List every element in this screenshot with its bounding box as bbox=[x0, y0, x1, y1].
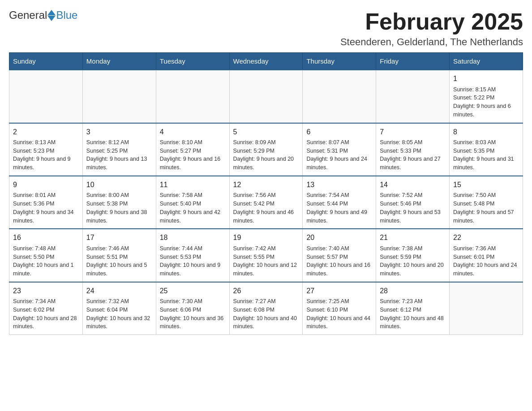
table-row bbox=[450, 282, 523, 335]
table-row: 10Sunrise: 8:00 AMSunset: 5:38 PMDayligh… bbox=[82, 176, 156, 229]
day-info: Sunrise: 7:36 AMSunset: 6:01 PMDaylight:… bbox=[453, 244, 519, 278]
table-row: 15Sunrise: 7:50 AMSunset: 5:48 PMDayligh… bbox=[450, 176, 523, 229]
table-row: 19Sunrise: 7:42 AMSunset: 5:55 PMDayligh… bbox=[229, 229, 303, 282]
day-info: Sunrise: 7:23 AMSunset: 6:12 PMDaylight:… bbox=[380, 297, 446, 331]
day-info: Sunrise: 8:15 AMSunset: 5:22 PMDaylight:… bbox=[453, 86, 519, 119]
table-row: 2Sunrise: 8:13 AMSunset: 5:23 PMDaylight… bbox=[9, 123, 83, 176]
day-info: Sunrise: 8:03 AMSunset: 5:35 PMDaylight:… bbox=[453, 138, 519, 172]
logo-general-text: General bbox=[9, 9, 47, 21]
header-friday: Friday bbox=[376, 53, 450, 70]
day-number: 24 bbox=[86, 286, 152, 296]
table-row: 13Sunrise: 7:54 AMSunset: 5:44 PMDayligh… bbox=[303, 176, 376, 229]
day-info: Sunrise: 8:13 AMSunset: 5:23 PMDaylight:… bbox=[13, 138, 79, 172]
table-row bbox=[303, 70, 376, 123]
day-info: Sunrise: 8:00 AMSunset: 5:38 PMDaylight:… bbox=[86, 191, 152, 225]
header-tuesday: Tuesday bbox=[156, 53, 229, 70]
day-number: 19 bbox=[233, 233, 299, 243]
day-info: Sunrise: 7:40 AMSunset: 5:57 PMDaylight:… bbox=[306, 244, 372, 278]
day-number: 18 bbox=[160, 233, 226, 243]
header-saturday: Saturday bbox=[450, 53, 523, 70]
day-number: 16 bbox=[13, 233, 79, 243]
day-info: Sunrise: 7:42 AMSunset: 5:55 PMDaylight:… bbox=[233, 244, 299, 278]
day-number: 8 bbox=[453, 127, 519, 137]
table-row: 26Sunrise: 7:27 AMSunset: 6:08 PMDayligh… bbox=[229, 282, 303, 335]
calendar-week-row: 16Sunrise: 7:48 AMSunset: 5:50 PMDayligh… bbox=[9, 229, 523, 282]
table-row: 3Sunrise: 8:12 AMSunset: 5:25 PMDaylight… bbox=[82, 123, 156, 176]
day-number: 9 bbox=[13, 180, 79, 190]
table-row: 23Sunrise: 7:34 AMSunset: 6:02 PMDayligh… bbox=[9, 282, 83, 335]
day-info: Sunrise: 7:38 AMSunset: 5:59 PMDaylight:… bbox=[380, 244, 446, 278]
day-info: Sunrise: 8:01 AMSunset: 5:36 PMDaylight:… bbox=[13, 191, 79, 225]
table-row: 24Sunrise: 7:32 AMSunset: 6:04 PMDayligh… bbox=[82, 282, 156, 335]
day-info: Sunrise: 7:50 AMSunset: 5:48 PMDaylight:… bbox=[453, 191, 519, 225]
day-info: Sunrise: 7:46 AMSunset: 5:51 PMDaylight:… bbox=[86, 244, 152, 278]
day-number: 6 bbox=[306, 127, 372, 137]
table-row: 17Sunrise: 7:46 AMSunset: 5:51 PMDayligh… bbox=[82, 229, 156, 282]
table-row: 4Sunrise: 8:10 AMSunset: 5:27 PMDaylight… bbox=[156, 123, 229, 176]
day-number: 25 bbox=[160, 286, 226, 296]
day-number: 26 bbox=[233, 286, 299, 296]
table-row bbox=[156, 70, 229, 123]
table-row: 5Sunrise: 8:09 AMSunset: 5:29 PMDaylight… bbox=[229, 123, 303, 176]
day-number: 17 bbox=[86, 233, 152, 243]
day-number: 11 bbox=[160, 180, 226, 190]
header-monday: Monday bbox=[82, 53, 156, 70]
day-number: 7 bbox=[380, 127, 446, 137]
day-info: Sunrise: 7:30 AMSunset: 6:06 PMDaylight:… bbox=[160, 297, 226, 331]
header-wednesday: Wednesday bbox=[229, 53, 303, 70]
month-title: February 2025 bbox=[340, 9, 523, 34]
day-info: Sunrise: 7:25 AMSunset: 6:10 PMDaylight:… bbox=[306, 297, 372, 331]
table-row bbox=[229, 70, 303, 123]
day-info: Sunrise: 7:52 AMSunset: 5:46 PMDaylight:… bbox=[380, 191, 446, 225]
day-info: Sunrise: 7:54 AMSunset: 5:44 PMDaylight:… bbox=[306, 191, 372, 225]
day-number: 10 bbox=[86, 180, 152, 190]
calendar-week-row: 2Sunrise: 8:13 AMSunset: 5:23 PMDaylight… bbox=[9, 123, 523, 176]
day-number: 20 bbox=[306, 233, 372, 243]
day-number: 22 bbox=[453, 233, 519, 243]
calendar-table: Sunday Monday Tuesday Wednesday Thursday… bbox=[9, 52, 523, 335]
table-row: 22Sunrise: 7:36 AMSunset: 6:01 PMDayligh… bbox=[450, 229, 523, 282]
calendar-week-row: 1Sunrise: 8:15 AMSunset: 5:22 PMDaylight… bbox=[9, 70, 523, 123]
table-row: 20Sunrise: 7:40 AMSunset: 5:57 PMDayligh… bbox=[303, 229, 376, 282]
day-info: Sunrise: 8:12 AMSunset: 5:25 PMDaylight:… bbox=[86, 138, 152, 172]
table-row: 6Sunrise: 8:07 AMSunset: 5:31 PMDaylight… bbox=[303, 123, 376, 176]
day-number: 4 bbox=[160, 127, 226, 137]
table-row bbox=[9, 70, 83, 123]
day-info: Sunrise: 8:09 AMSunset: 5:29 PMDaylight:… bbox=[233, 138, 299, 172]
day-info: Sunrise: 7:32 AMSunset: 6:04 PMDaylight:… bbox=[86, 297, 152, 331]
calendar-week-row: 23Sunrise: 7:34 AMSunset: 6:02 PMDayligh… bbox=[9, 282, 523, 335]
day-number: 2 bbox=[13, 127, 79, 137]
table-row: 11Sunrise: 7:58 AMSunset: 5:40 PMDayligh… bbox=[156, 176, 229, 229]
table-row: 1Sunrise: 8:15 AMSunset: 5:22 PMDaylight… bbox=[450, 70, 523, 123]
table-row: 8Sunrise: 8:03 AMSunset: 5:35 PMDaylight… bbox=[450, 123, 523, 176]
table-row: 12Sunrise: 7:56 AMSunset: 5:42 PMDayligh… bbox=[229, 176, 303, 229]
page-header: General Blue February 2025 Steenderen, G… bbox=[9, 9, 523, 48]
table-row: 28Sunrise: 7:23 AMSunset: 6:12 PMDayligh… bbox=[376, 282, 450, 335]
day-info: Sunrise: 7:48 AMSunset: 5:50 PMDaylight:… bbox=[13, 244, 79, 278]
calendar-week-row: 9Sunrise: 8:01 AMSunset: 5:36 PMDaylight… bbox=[9, 176, 523, 229]
day-number: 27 bbox=[306, 286, 372, 296]
day-number: 5 bbox=[233, 127, 299, 137]
day-info: Sunrise: 7:56 AMSunset: 5:42 PMDaylight:… bbox=[233, 191, 299, 225]
day-number: 3 bbox=[86, 127, 152, 137]
table-row: 9Sunrise: 8:01 AMSunset: 5:36 PMDaylight… bbox=[9, 176, 83, 229]
title-section: February 2025 Steenderen, Gelderland, Th… bbox=[340, 9, 523, 48]
table-row: 25Sunrise: 7:30 AMSunset: 6:06 PMDayligh… bbox=[156, 282, 229, 335]
day-number: 23 bbox=[13, 286, 79, 296]
table-row bbox=[376, 70, 450, 123]
day-number: 13 bbox=[306, 180, 372, 190]
day-info: Sunrise: 7:27 AMSunset: 6:08 PMDaylight:… bbox=[233, 297, 299, 331]
table-row: 27Sunrise: 7:25 AMSunset: 6:10 PMDayligh… bbox=[303, 282, 376, 335]
location-subtitle: Steenderen, Gelderland, The Netherlands bbox=[340, 36, 523, 48]
day-number: 15 bbox=[453, 180, 519, 190]
header-sunday: Sunday bbox=[9, 53, 83, 70]
table-row: 18Sunrise: 7:44 AMSunset: 5:53 PMDayligh… bbox=[156, 229, 229, 282]
day-info: Sunrise: 7:58 AMSunset: 5:40 PMDaylight:… bbox=[160, 191, 226, 225]
logo: General Blue bbox=[9, 9, 77, 21]
day-number: 28 bbox=[380, 286, 446, 296]
day-number: 12 bbox=[233, 180, 299, 190]
table-row bbox=[82, 70, 156, 123]
day-info: Sunrise: 7:34 AMSunset: 6:02 PMDaylight:… bbox=[13, 297, 79, 331]
table-row: 7Sunrise: 8:05 AMSunset: 5:33 PMDaylight… bbox=[376, 123, 450, 176]
day-info: Sunrise: 8:10 AMSunset: 5:27 PMDaylight:… bbox=[160, 138, 226, 172]
